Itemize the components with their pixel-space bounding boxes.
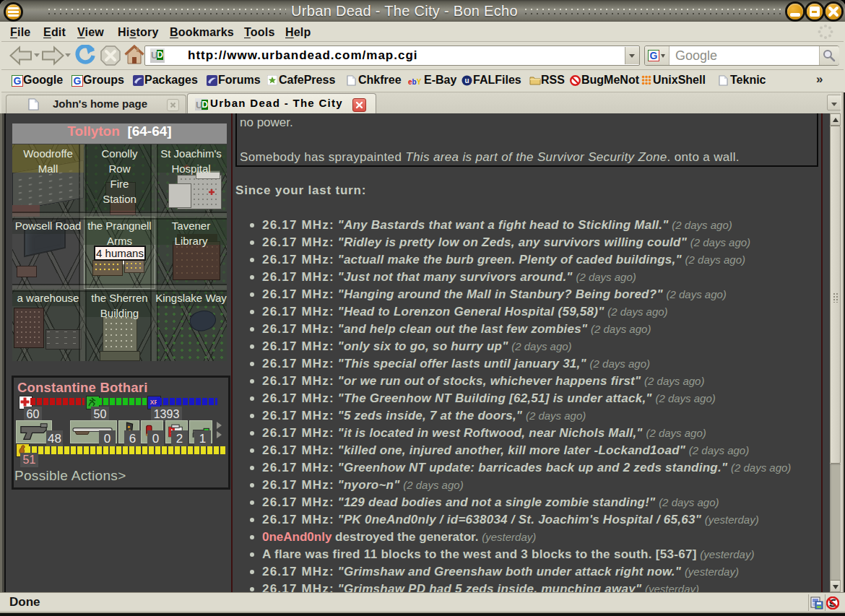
svg-text:u: u	[464, 77, 469, 84]
